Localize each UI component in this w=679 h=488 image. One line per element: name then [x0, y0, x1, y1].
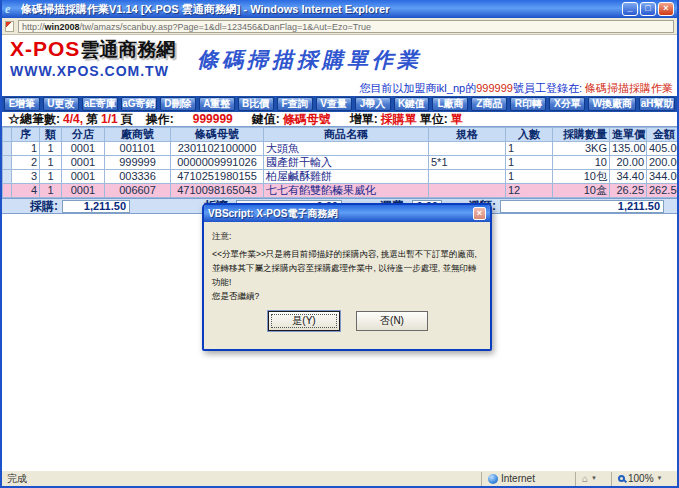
url-rest: /tw/amazs/scanbuy.asp?Page=1&dl=123456&D…	[80, 22, 371, 32]
page-title: 條碼掃描採購單作業	[2, 47, 617, 73]
toolbar-button-delete[interactable]: D刪除	[160, 97, 196, 111]
cell-seq: 2	[12, 156, 40, 170]
summary-key-value: 條碼母號	[283, 112, 331, 126]
login-employee: 999999	[476, 82, 513, 94]
maximize-button[interactable]: □	[640, 2, 656, 16]
toolbar-button-product[interactable]: Z商品	[471, 97, 507, 111]
cell-spec	[429, 184, 506, 198]
cell-type: 1	[40, 170, 62, 184]
header-pack-qty: 入數	[506, 128, 553, 142]
close-button[interactable]: ×	[658, 2, 674, 16]
toolbar-button-quantity[interactable]: V查量	[316, 97, 352, 111]
zoom-control[interactable]: 100% ▼	[611, 472, 677, 486]
table-row[interactable]: 3 1 0001 003336 4710251980155 柏屋鹹酥雞餅 1 1…	[3, 170, 678, 184]
cell-vendor-no: 006607	[105, 184, 171, 198]
dialog-message-line2: 並轉移其下屬之採購內容至採購處理作業中, 以待進一步處理, 並無印轉功能!	[212, 261, 484, 289]
summary-page-post: 頁	[121, 112, 133, 126]
toolbar-button-print[interactable]: R印轉	[510, 97, 546, 111]
summary-total-label: ☆總筆數:	[8, 112, 60, 126]
cell-amount: 405.00	[647, 142, 678, 156]
toolbar-button-refresh[interactable]: A重整	[199, 97, 235, 111]
toolbar-button-edit[interactable]: U更改	[43, 97, 79, 111]
summary-order-value: 採購單	[381, 112, 417, 126]
cell-amount: 344.00	[647, 170, 678, 184]
cell-unit-price: 135.00	[610, 142, 647, 156]
cell-vendor-no: 003336	[105, 170, 171, 184]
zone-pane: Internet	[481, 472, 575, 486]
cell-branch: 0001	[62, 156, 105, 170]
status-done-text: 完成	[7, 471, 481, 486]
header-barcode: 條碼母號	[171, 128, 264, 142]
toolbar-button-query[interactable]: F查詢	[277, 97, 313, 111]
cell-vendor-no: 999999	[105, 156, 171, 170]
toolbar-button-store[interactable]: aE寄庫	[82, 97, 118, 111]
cell-product-name: 柏屋鹹酥雞餅	[264, 170, 429, 184]
dialog-title: VBScript: X-POS電子商務網	[208, 205, 473, 222]
cell-barcode: 2301102100000	[171, 142, 264, 156]
yes-button[interactable]: 是(Y)	[268, 311, 340, 331]
browser-window: e 條碼掃描採購作業V1.14 [X-POS 雲通商務網] - Windows …	[0, 0, 679, 488]
table-row[interactable]: 1 1 0001 001101 2301102100000 大頭魚 1 3KG …	[3, 142, 678, 156]
toolbar-button-vendor[interactable]: L廠商	[432, 97, 468, 111]
cell-purchase-qty: 10盒	[553, 184, 610, 198]
login-status: 您目前以加盟商ikl_np的999999號員工登錄在: 條碼掃描採購作業	[359, 82, 673, 95]
summary-operator-value: 999999	[193, 112, 233, 126]
toolbar-button-keyvalue[interactable]: K鍵值	[394, 97, 430, 111]
url-field[interactable]: http://win2008/tw/amazs/scanbuy.asp?Page…	[18, 20, 674, 33]
cell-pack-qty: 1	[506, 142, 553, 156]
titlebar: e 條碼掃描採購作業V1.14 [X-POS 雲通商務網] - Windows …	[2, 0, 677, 18]
zone-label: Internet	[501, 471, 535, 486]
toolbar-button-import[interactable]: J帶入	[355, 97, 391, 111]
cell-type: 1	[40, 142, 62, 156]
cell-seq: 4	[12, 184, 40, 198]
login-prefix: 您目前以加盟商	[359, 82, 436, 94]
summary-page-value: 1/1	[101, 112, 118, 126]
status-bar: 完成 Internet ⌂ ▼ 100% ▼	[2, 470, 677, 486]
cell-unit-price: 20.00	[610, 156, 647, 170]
login-user: ikl_np	[436, 82, 465, 94]
address-bar: http://win2008/tw/amazs/scanbuy.asp?Page…	[2, 18, 677, 35]
cell-barcode: 0000009991026	[171, 156, 264, 170]
toolbar-button-compare[interactable]: B比價	[238, 97, 274, 111]
table-header-row: 序 類 分店 廠商號 條碼母號 商品名稱 規格 入數 採購數量 進單價 金額	[3, 128, 678, 142]
header-type: 類	[40, 128, 62, 142]
cell-vendor-no: 001101	[105, 142, 171, 156]
purchase-total-label: 採購:	[30, 199, 58, 213]
cell-unit-price: 26.25	[610, 184, 647, 198]
vbscript-dialog: VBScript: X-POS電子商務網 × 注意: <<分單作業>>只是將目前…	[202, 203, 492, 351]
cell-pack-qty: 1	[506, 170, 553, 184]
url-host: win2008	[45, 22, 80, 32]
cell-unit-price: 34.40	[610, 170, 647, 184]
no-button[interactable]: 否(N)	[356, 311, 428, 331]
toolbar-button-consign[interactable]: aG寄銷	[121, 97, 157, 111]
purchase-total-value: 1,211.50	[62, 200, 130, 213]
toolbar: E增筆 U更改 aE寄庫 aG寄銷 D刪除 A重整 B比價 F查詢 V查量 J帶…	[2, 96, 677, 112]
cell-purchase-qty: 10	[553, 156, 610, 170]
cell-amount: 200.00	[647, 156, 678, 170]
cell-branch: 0001	[62, 142, 105, 156]
table-row-selected[interactable]: 4 1 0001 006607 4710098165043 七七有餡雙餡榛果威化…	[3, 184, 678, 198]
cell-seq: 1	[12, 142, 40, 156]
row-gutter	[3, 156, 12, 170]
toolbar-button-change-vendor[interactable]: W換廠商	[588, 97, 636, 111]
toolbar-button-help[interactable]: aH幫助	[639, 97, 675, 111]
summary-key-label: 鍵值:	[252, 112, 280, 126]
login-mid: 的	[465, 82, 476, 94]
magnifier-icon	[618, 475, 625, 482]
cell-spec	[429, 142, 506, 156]
row-gutter	[3, 142, 12, 156]
cell-branch: 0001	[62, 184, 105, 198]
dialog-close-icon[interactable]: ×	[473, 207, 486, 220]
header-vendor-no: 廠商號	[105, 128, 171, 142]
toolbar-button-split-order[interactable]: X分單	[549, 97, 585, 111]
dialog-message-line1: <<分單作業>>只是將目前掃描好的採購內容, 挑選出暫不下訂單的廠商,	[212, 247, 484, 261]
summary-unit-value: 單	[451, 112, 463, 126]
table-row[interactable]: 2 1 0001 999999 0000009991026 國產餅干輸入 5*1…	[3, 156, 678, 170]
row-gutter	[3, 170, 12, 184]
minimize-button[interactable]: _	[622, 2, 638, 16]
summary-unit-label: 單位:	[420, 112, 448, 126]
cell-product-name: 七七有餡雙餡榛果威化	[264, 184, 429, 198]
summary-operator-label: 操作:	[146, 112, 174, 126]
toolbar-button-add[interactable]: E增筆	[4, 97, 40, 111]
phishing-pane[interactable]: ⌂ ▼	[575, 472, 611, 486]
